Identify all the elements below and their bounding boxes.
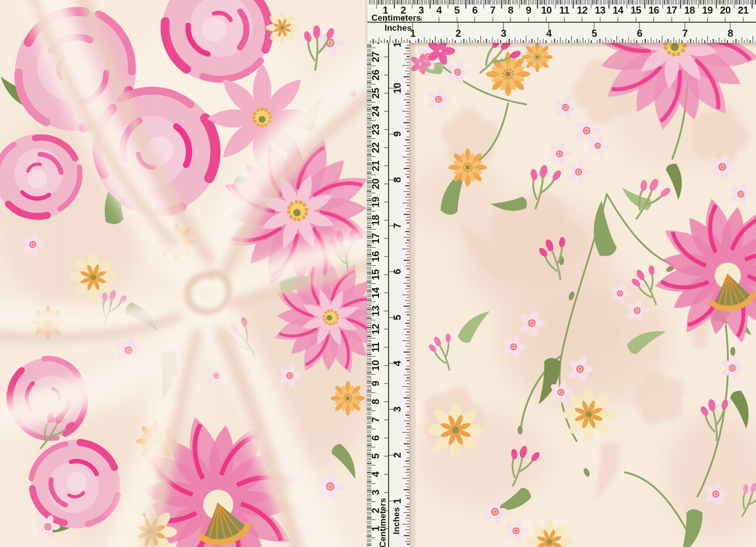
tick-mark xyxy=(442,0,443,5)
tick-mark xyxy=(753,0,754,5)
tick-mark xyxy=(585,40,586,43)
tick-mark xyxy=(367,532,371,533)
tick-mark xyxy=(736,0,736,5)
tick-mark xyxy=(630,0,631,5)
tick-mark xyxy=(637,0,638,5)
tick-mark xyxy=(601,0,602,5)
tick-mark xyxy=(367,380,371,380)
tick-mark xyxy=(367,483,375,483)
tick-mark xyxy=(367,507,371,507)
tick-mark xyxy=(571,36,572,43)
tick-mark xyxy=(713,39,714,43)
inch-number: 6 xyxy=(637,28,643,38)
tick-mark xyxy=(487,0,487,5)
tick-mark xyxy=(702,0,702,5)
tick-mark xyxy=(367,505,371,506)
tick-mark xyxy=(384,56,388,57)
tick-mark xyxy=(367,231,371,231)
tick-mark xyxy=(405,529,409,530)
tick-mark xyxy=(405,312,409,312)
tick-mark xyxy=(696,37,697,43)
inch-number: 4 xyxy=(392,361,402,367)
tick-mark xyxy=(494,40,495,43)
tick-mark xyxy=(516,0,516,5)
tick-mark xyxy=(733,40,733,43)
tick-mark xyxy=(367,176,371,177)
tick-mark xyxy=(367,534,371,534)
tick-mark xyxy=(407,171,409,171)
tick-mark xyxy=(367,47,375,48)
tick-mark xyxy=(367,389,371,389)
tick-mark xyxy=(407,56,409,57)
tick-mark xyxy=(405,231,409,232)
scale-divider xyxy=(388,43,389,547)
tick-mark xyxy=(512,40,512,43)
tick-mark xyxy=(405,380,409,381)
cm-number: 26 xyxy=(370,70,381,80)
tick-mark xyxy=(367,452,371,453)
tick-mark xyxy=(384,528,388,529)
tick-mark xyxy=(464,39,464,43)
tick-mark xyxy=(407,188,409,189)
tick-mark xyxy=(407,498,409,499)
tick-mark xyxy=(367,100,371,101)
tick-mark xyxy=(384,93,388,93)
fabric-flat-swatch xyxy=(409,43,756,547)
tick-mark xyxy=(407,96,409,97)
tick-mark xyxy=(407,383,409,384)
tick-mark xyxy=(405,0,405,5)
tick-mark xyxy=(407,131,409,132)
tick-mark xyxy=(407,85,409,86)
tick-mark xyxy=(750,40,750,43)
tick-mark xyxy=(404,398,409,398)
tick-mark xyxy=(728,0,729,5)
tick-mark xyxy=(405,105,409,105)
tick-mark xyxy=(725,17,725,22)
tick-mark xyxy=(407,246,409,246)
tick-mark xyxy=(404,329,409,329)
inch-number: 9 xyxy=(392,132,402,137)
cm-number: 20 xyxy=(370,178,381,189)
tick-mark xyxy=(428,0,428,5)
tick-mark xyxy=(653,17,654,22)
tick-mark xyxy=(489,40,489,43)
tick-mark xyxy=(367,545,371,545)
tick-mark xyxy=(441,39,442,43)
tick-mark xyxy=(367,467,371,467)
tick-mark xyxy=(557,40,557,43)
cm-number: 16 xyxy=(370,251,381,262)
tick-mark xyxy=(407,429,409,430)
cm-number: 13 xyxy=(595,5,605,15)
tick-mark xyxy=(407,395,409,395)
tick-mark xyxy=(661,0,661,5)
tick-mark xyxy=(384,220,388,220)
tick-mark xyxy=(568,0,568,5)
tick-mark xyxy=(455,40,456,43)
tick-mark xyxy=(384,438,388,438)
tick-mark xyxy=(407,406,409,407)
tick-mark xyxy=(721,0,722,5)
vertical-ruler-inches-label: Inches xyxy=(392,507,401,534)
tick-mark xyxy=(543,39,543,43)
tick-mark xyxy=(448,0,448,9)
tick-mark xyxy=(367,423,371,424)
tick-mark xyxy=(410,0,411,5)
tick-mark xyxy=(510,17,511,22)
tick-mark xyxy=(540,40,540,43)
tick-mark xyxy=(367,376,371,377)
tick-mark xyxy=(705,40,705,43)
tick-mark xyxy=(525,0,525,5)
tick-mark xyxy=(588,39,589,43)
tick-mark xyxy=(406,0,407,5)
cm-number: 8 xyxy=(370,399,381,405)
cm-number: 22 xyxy=(370,142,381,153)
tick-mark xyxy=(492,37,492,43)
swirl-fabric-art xyxy=(0,0,367,547)
inch-number: 7 xyxy=(392,223,402,229)
tick-mark xyxy=(515,37,515,43)
tick-mark xyxy=(565,39,566,43)
tick-mark xyxy=(405,254,409,255)
tick-mark xyxy=(716,40,716,43)
cm-number: 1 xyxy=(370,526,381,532)
tick-mark xyxy=(407,481,409,481)
